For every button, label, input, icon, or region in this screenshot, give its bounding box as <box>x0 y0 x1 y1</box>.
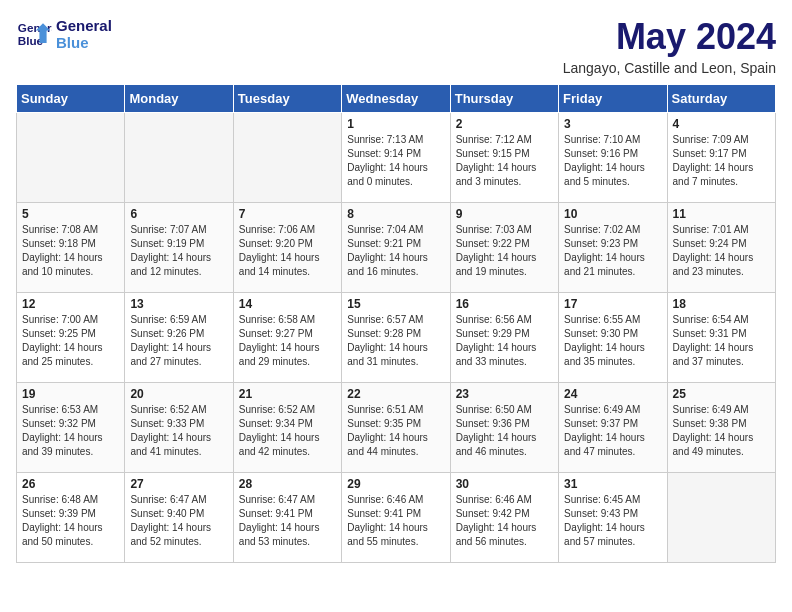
title-block: May 2024 Langayo, Castille and Leon, Spa… <box>563 16 776 76</box>
day-details: Sunrise: 6:45 AMSunset: 9:43 PMDaylight:… <box>564 493 661 549</box>
calendar-cell: 14Sunrise: 6:58 AMSunset: 9:27 PMDayligh… <box>233 293 341 383</box>
day-details: Sunrise: 6:51 AMSunset: 9:35 PMDaylight:… <box>347 403 444 459</box>
day-number: 29 <box>347 477 444 491</box>
day-number: 25 <box>673 387 770 401</box>
day-number: 28 <box>239 477 336 491</box>
calendar-cell: 1Sunrise: 7:13 AMSunset: 9:14 PMDaylight… <box>342 113 450 203</box>
day-number: 1 <box>347 117 444 131</box>
day-number: 19 <box>22 387 119 401</box>
calendar-cell: 29Sunrise: 6:46 AMSunset: 9:41 PMDayligh… <box>342 473 450 563</box>
calendar-cell: 13Sunrise: 6:59 AMSunset: 9:26 PMDayligh… <box>125 293 233 383</box>
day-details: Sunrise: 6:49 AMSunset: 9:37 PMDaylight:… <box>564 403 661 459</box>
calendar-cell <box>233 113 341 203</box>
day-details: Sunrise: 6:59 AMSunset: 9:26 PMDaylight:… <box>130 313 227 369</box>
weekday-header-monday: Monday <box>125 85 233 113</box>
month-title: May 2024 <box>563 16 776 58</box>
day-details: Sunrise: 6:53 AMSunset: 9:32 PMDaylight:… <box>22 403 119 459</box>
day-details: Sunrise: 7:12 AMSunset: 9:15 PMDaylight:… <box>456 133 553 189</box>
weekday-header-wednesday: Wednesday <box>342 85 450 113</box>
day-number: 6 <box>130 207 227 221</box>
calendar-cell: 22Sunrise: 6:51 AMSunset: 9:35 PMDayligh… <box>342 383 450 473</box>
calendar-cell: 31Sunrise: 6:45 AMSunset: 9:43 PMDayligh… <box>559 473 667 563</box>
day-number: 16 <box>456 297 553 311</box>
day-details: Sunrise: 7:01 AMSunset: 9:24 PMDaylight:… <box>673 223 770 279</box>
logo-icon: General Blue <box>16 16 52 52</box>
calendar-cell: 21Sunrise: 6:52 AMSunset: 9:34 PMDayligh… <box>233 383 341 473</box>
day-details: Sunrise: 6:57 AMSunset: 9:28 PMDaylight:… <box>347 313 444 369</box>
day-details: Sunrise: 7:06 AMSunset: 9:20 PMDaylight:… <box>239 223 336 279</box>
day-number: 9 <box>456 207 553 221</box>
calendar-cell: 30Sunrise: 6:46 AMSunset: 9:42 PMDayligh… <box>450 473 558 563</box>
day-number: 20 <box>130 387 227 401</box>
day-number: 4 <box>673 117 770 131</box>
day-details: Sunrise: 6:54 AMSunset: 9:31 PMDaylight:… <box>673 313 770 369</box>
day-number: 7 <box>239 207 336 221</box>
calendar-cell: 5Sunrise: 7:08 AMSunset: 9:18 PMDaylight… <box>17 203 125 293</box>
day-details: Sunrise: 6:50 AMSunset: 9:36 PMDaylight:… <box>456 403 553 459</box>
day-details: Sunrise: 7:03 AMSunset: 9:22 PMDaylight:… <box>456 223 553 279</box>
day-details: Sunrise: 7:07 AMSunset: 9:19 PMDaylight:… <box>130 223 227 279</box>
calendar-cell: 11Sunrise: 7:01 AMSunset: 9:24 PMDayligh… <box>667 203 775 293</box>
header-row: SundayMondayTuesdayWednesdayThursdayFrid… <box>17 85 776 113</box>
calendar-cell: 25Sunrise: 6:49 AMSunset: 9:38 PMDayligh… <box>667 383 775 473</box>
day-details: Sunrise: 7:04 AMSunset: 9:21 PMDaylight:… <box>347 223 444 279</box>
calendar-cell: 10Sunrise: 7:02 AMSunset: 9:23 PMDayligh… <box>559 203 667 293</box>
day-details: Sunrise: 7:00 AMSunset: 9:25 PMDaylight:… <box>22 313 119 369</box>
day-details: Sunrise: 6:46 AMSunset: 9:41 PMDaylight:… <box>347 493 444 549</box>
logo: General Blue General Blue <box>16 16 112 52</box>
day-details: Sunrise: 7:13 AMSunset: 9:14 PMDaylight:… <box>347 133 444 189</box>
day-number: 13 <box>130 297 227 311</box>
calendar-cell: 24Sunrise: 6:49 AMSunset: 9:37 PMDayligh… <box>559 383 667 473</box>
day-details: Sunrise: 6:46 AMSunset: 9:42 PMDaylight:… <box>456 493 553 549</box>
day-details: Sunrise: 7:02 AMSunset: 9:23 PMDaylight:… <box>564 223 661 279</box>
day-details: Sunrise: 7:08 AMSunset: 9:18 PMDaylight:… <box>22 223 119 279</box>
calendar-cell <box>667 473 775 563</box>
day-details: Sunrise: 7:10 AMSunset: 9:16 PMDaylight:… <box>564 133 661 189</box>
calendar-cell: 20Sunrise: 6:52 AMSunset: 9:33 PMDayligh… <box>125 383 233 473</box>
calendar-cell: 18Sunrise: 6:54 AMSunset: 9:31 PMDayligh… <box>667 293 775 383</box>
weekday-header-sunday: Sunday <box>17 85 125 113</box>
calendar-cell: 16Sunrise: 6:56 AMSunset: 9:29 PMDayligh… <box>450 293 558 383</box>
calendar-cell: 27Sunrise: 6:47 AMSunset: 9:40 PMDayligh… <box>125 473 233 563</box>
calendar-cell <box>125 113 233 203</box>
calendar-cell: 26Sunrise: 6:48 AMSunset: 9:39 PMDayligh… <box>17 473 125 563</box>
calendar-cell <box>17 113 125 203</box>
day-number: 8 <box>347 207 444 221</box>
calendar-cell: 9Sunrise: 7:03 AMSunset: 9:22 PMDaylight… <box>450 203 558 293</box>
logo-general: General <box>56 17 112 34</box>
week-row-4: 19Sunrise: 6:53 AMSunset: 9:32 PMDayligh… <box>17 383 776 473</box>
day-number: 3 <box>564 117 661 131</box>
day-number: 5 <box>22 207 119 221</box>
day-number: 14 <box>239 297 336 311</box>
weekday-header-saturday: Saturday <box>667 85 775 113</box>
day-details: Sunrise: 6:55 AMSunset: 9:30 PMDaylight:… <box>564 313 661 369</box>
day-number: 15 <box>347 297 444 311</box>
day-details: Sunrise: 6:52 AMSunset: 9:33 PMDaylight:… <box>130 403 227 459</box>
day-details: Sunrise: 6:47 AMSunset: 9:41 PMDaylight:… <box>239 493 336 549</box>
day-details: Sunrise: 6:47 AMSunset: 9:40 PMDaylight:… <box>130 493 227 549</box>
page-header: General Blue General Blue May 2024 Langa… <box>16 16 776 76</box>
calendar-cell: 19Sunrise: 6:53 AMSunset: 9:32 PMDayligh… <box>17 383 125 473</box>
day-details: Sunrise: 6:56 AMSunset: 9:29 PMDaylight:… <box>456 313 553 369</box>
calendar-cell: 6Sunrise: 7:07 AMSunset: 9:19 PMDaylight… <box>125 203 233 293</box>
day-details: Sunrise: 6:58 AMSunset: 9:27 PMDaylight:… <box>239 313 336 369</box>
day-number: 26 <box>22 477 119 491</box>
day-number: 2 <box>456 117 553 131</box>
day-number: 11 <box>673 207 770 221</box>
calendar-cell: 23Sunrise: 6:50 AMSunset: 9:36 PMDayligh… <box>450 383 558 473</box>
day-number: 30 <box>456 477 553 491</box>
week-row-1: 1Sunrise: 7:13 AMSunset: 9:14 PMDaylight… <box>17 113 776 203</box>
logo-blue: Blue <box>56 34 112 51</box>
weekday-header-tuesday: Tuesday <box>233 85 341 113</box>
weekday-header-friday: Friday <box>559 85 667 113</box>
calendar-cell: 12Sunrise: 7:00 AMSunset: 9:25 PMDayligh… <box>17 293 125 383</box>
day-details: Sunrise: 6:48 AMSunset: 9:39 PMDaylight:… <box>22 493 119 549</box>
day-number: 12 <box>22 297 119 311</box>
weekday-header-thursday: Thursday <box>450 85 558 113</box>
week-row-2: 5Sunrise: 7:08 AMSunset: 9:18 PMDaylight… <box>17 203 776 293</box>
calendar-cell: 28Sunrise: 6:47 AMSunset: 9:41 PMDayligh… <box>233 473 341 563</box>
calendar-cell: 7Sunrise: 7:06 AMSunset: 9:20 PMDaylight… <box>233 203 341 293</box>
day-details: Sunrise: 7:09 AMSunset: 9:17 PMDaylight:… <box>673 133 770 189</box>
day-number: 22 <box>347 387 444 401</box>
day-details: Sunrise: 6:52 AMSunset: 9:34 PMDaylight:… <box>239 403 336 459</box>
